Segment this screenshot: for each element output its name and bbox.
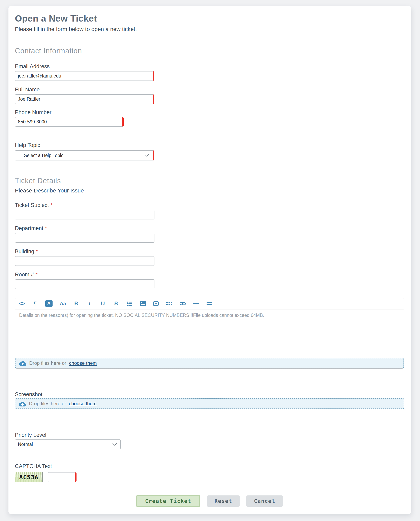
insert-video-icon[interactable] — [153, 300, 159, 307]
priority-level-select[interactable]: Normal — [15, 439, 120, 449]
department-label-text: Department — [15, 225, 43, 231]
priority-selected-value: Normal — [18, 442, 33, 447]
building-input[interactable] — [15, 256, 154, 266]
insert-table-icon[interactable] — [166, 300, 172, 307]
chevron-down-icon — [145, 154, 149, 157]
help-topic-select[interactable]: — Select a Help Topic— — [15, 150, 154, 160]
priority-level-label: Priority Level — [15, 432, 404, 438]
captcha-image: AC53A — [15, 472, 43, 482]
code-view-icon[interactable]: <> — [19, 300, 25, 307]
contact-information-heading: Contact Information — [15, 47, 404, 55]
cloud-upload-icon — [19, 361, 26, 366]
cancel-button[interactable]: Cancel — [246, 495, 283, 507]
new-ticket-form-card: Open a New Ticket Please fill in the for… — [8, 6, 411, 514]
editor-text-area[interactable]: Details on the reason(s) for opening the… — [15, 309, 404, 358]
choose-files-link[interactable]: choose them — [69, 360, 97, 366]
help-topic-label: Help Topic — [15, 142, 404, 148]
phone-number-input[interactable] — [15, 117, 124, 127]
page: { "header": { "title": "Open a New Ticke… — [0, 0, 420, 521]
phone-number-label: Phone Number — [15, 109, 404, 116]
dropzone-text: Drop files here or — [29, 360, 66, 366]
switch-direction-icon[interactable] — [206, 300, 212, 307]
editor-toolbar: <> ¶ A Aa B I U S — [15, 298, 404, 309]
help-topic-selected-value: — Select a Help Topic— — [18, 153, 68, 158]
insert-image-icon[interactable] — [140, 300, 146, 307]
create-ticket-button[interactable]: Create Ticket — [136, 495, 201, 507]
building-label: Building* — [15, 248, 404, 255]
required-asterisk: * — [36, 272, 38, 277]
horizontal-rule-icon[interactable] — [193, 300, 199, 307]
page-subtitle: Please fill in the form below to open a … — [15, 26, 404, 33]
text-caret — [18, 212, 18, 218]
room-number-label-text: Room # — [15, 272, 34, 278]
ticket-subject-wrap — [15, 210, 154, 219]
editor-file-dropzone[interactable]: Drop files here or choose them — [15, 358, 404, 368]
ticket-subject-input[interactable] — [15, 210, 154, 219]
department-input[interactable] — [15, 233, 154, 243]
building-label-text: Building — [15, 248, 34, 254]
editor-placeholder: Details on the reason(s) for opening the… — [19, 312, 400, 318]
ticket-subject-label: Ticket Subject* — [15, 202, 404, 208]
room-number-label: Room #* — [15, 271, 404, 278]
screenshot-dropzone[interactable]: Drop files here or choose them — [15, 398, 404, 409]
describe-issue-subheading: Please Describe Your Issue — [15, 187, 404, 194]
cloud-upload-icon — [19, 401, 26, 406]
font-size-icon[interactable]: Aa — [60, 300, 66, 307]
dropzone-text: Drop files here or — [29, 401, 66, 406]
captcha-label: CAPTCHA Text — [15, 463, 404, 469]
form-actions: Create Ticket Reset Cancel — [15, 495, 404, 507]
room-number-input[interactable] — [15, 279, 154, 289]
required-asterisk: * — [45, 225, 47, 231]
strikethrough-icon[interactable]: S — [113, 300, 119, 307]
choose-files-link[interactable]: choose them — [69, 401, 97, 406]
ticket-subject-label-text: Ticket Subject — [15, 202, 49, 208]
italic-icon[interactable]: I — [87, 300, 93, 307]
required-asterisk: * — [36, 249, 38, 254]
email-address-label: Email Address — [15, 63, 404, 70]
bold-icon[interactable]: B — [73, 300, 79, 307]
reset-button[interactable]: Reset — [207, 495, 240, 507]
full-name-label: Full Name — [15, 86, 404, 93]
rich-text-editor: <> ¶ A Aa B I U S — [15, 298, 404, 369]
text-color-icon[interactable]: A — [45, 300, 52, 307]
email-address-input[interactable] — [15, 71, 154, 81]
unordered-list-icon[interactable] — [127, 300, 133, 307]
insert-link-icon[interactable] — [180, 300, 186, 307]
captcha-row: AC53A — [15, 472, 404, 482]
department-label: Department* — [15, 225, 404, 231]
ticket-details-heading: Ticket Details — [15, 177, 404, 185]
full-name-input[interactable] — [15, 94, 154, 104]
captcha-input[interactable] — [48, 472, 76, 482]
page-title: Open a New Ticket — [15, 13, 404, 24]
paragraph-style-icon[interactable]: ¶ — [32, 300, 38, 307]
required-asterisk: * — [51, 202, 52, 208]
chevron-down-icon — [112, 443, 117, 446]
underline-icon[interactable]: U — [100, 300, 106, 307]
screenshot-label: Screenshot — [15, 391, 404, 398]
